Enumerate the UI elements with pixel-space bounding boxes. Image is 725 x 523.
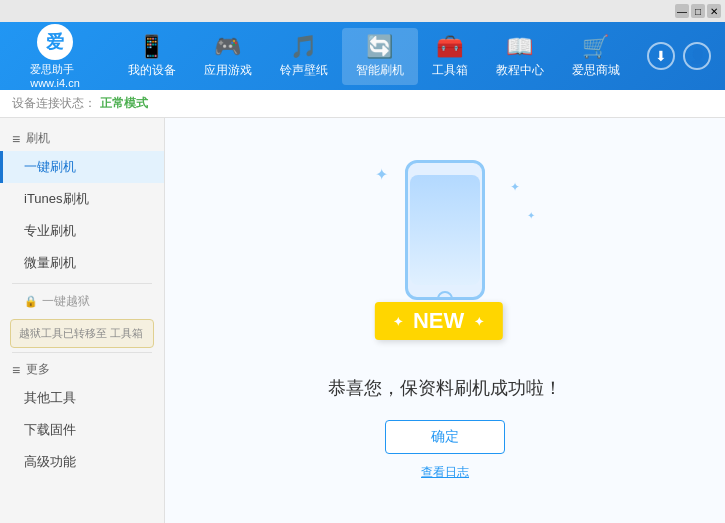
user-button[interactable]: 👤 [683,42,711,70]
header-right: ⬇ 👤 [647,42,715,70]
phone-screen [410,175,480,285]
shop-icon: 🛒 [582,34,609,60]
sparkle-icon-3: ✦ [527,210,535,221]
success-message: 恭喜您，保资料刷机成功啦！ [328,376,562,400]
phone-home-button [437,291,453,300]
tutorial-icon: 📖 [506,34,533,60]
toolbox-icon: 🧰 [436,34,463,60]
sidebar-item-download-fw[interactable]: 下载固件 [0,414,164,446]
sidebar-item-pro-flash[interactable]: 专业刷机 [0,215,164,247]
sparkle-icon-2: ✦ [510,180,520,194]
nav-ringtones[interactable]: 🎵 铃声壁纸 [266,28,342,85]
more-section-icon: ≡ [12,362,20,378]
sidebar-item-jailbreak: 🔒 一键越狱 [0,288,164,315]
apps-games-icon: 🎮 [214,34,241,60]
connection-status-value: 正常模式 [100,95,148,112]
sidebar-item-micro-flash[interactable]: 微量刷机 [0,247,164,279]
minimize-button[interactable]: — [675,4,689,18]
logo-icon: 爱 [37,24,73,60]
lock-icon: 🔒 [24,295,38,308]
sparkle-icon-1: ✦ [375,165,388,184]
phone-body [405,160,485,300]
nav-items: 📱 我的设备 🎮 应用游戏 🎵 铃声壁纸 🔄 智能刷机 🧰 工具箱 📖 教程中心… [100,28,647,85]
sidebar-item-advanced[interactable]: 高级功能 [0,446,164,478]
nav-my-device[interactable]: 📱 我的设备 [114,28,190,85]
success-illustration: ✦ ✦ ✦ NEW [345,160,545,360]
nav-apps-games[interactable]: 🎮 应用游戏 [190,28,266,85]
sidebar-section-more: ≡ 更多 [0,357,164,382]
connection-status-bar: 设备连接状态： 正常模式 [0,90,725,118]
my-device-icon: 📱 [138,34,165,60]
nav-smart-flash[interactable]: 🔄 智能刷机 [342,28,418,85]
new-ribbon-badge: NEW [375,302,503,340]
phone-illustration [405,160,485,300]
sidebar-divider-2 [12,352,152,353]
confirm-button[interactable]: 确定 [385,420,505,454]
maximize-button[interactable]: □ [691,4,705,18]
flash-section-icon: ≡ [12,131,20,147]
nav-shop[interactable]: 🛒 爱思商城 [558,28,634,85]
logo-text: 爱思助手 www.i4.cn [30,62,80,89]
sidebar-section-flash: ≡ 刷机 [0,126,164,151]
ringtones-icon: 🎵 [290,34,317,60]
main-layout: ≡ 刷机 一键刷机 iTunes刷机 专业刷机 微量刷机 🔒 一键越狱 越狱工具… [0,118,725,523]
title-bar: — □ ✕ [0,0,725,22]
sidebar-notice: 越狱工具已转移至 工具箱 [10,319,154,348]
sidebar-divider-1 [12,283,152,284]
sidebar: ≡ 刷机 一键刷机 iTunes刷机 专业刷机 微量刷机 🔒 一键越狱 越狱工具… [0,118,165,523]
header: 爱 爱思助手 www.i4.cn 📱 我的设备 🎮 应用游戏 🎵 铃声壁纸 🔄 … [0,22,725,90]
sidebar-item-itunes-flash[interactable]: iTunes刷机 [0,183,164,215]
view-log-link[interactable]: 查看日志 [421,464,469,481]
sidebar-item-one-key-flash[interactable]: 一键刷机 [0,151,164,183]
close-button[interactable]: ✕ [707,4,721,18]
content-area: ✦ ✦ ✦ NEW 恭喜您，保资料刷机成功啦！ 确定 查看日志 [165,118,725,523]
smart-flash-icon: 🔄 [366,34,393,60]
nav-toolbox[interactable]: 🧰 工具箱 [418,28,482,85]
sidebar-item-other-tools[interactable]: 其他工具 [0,382,164,414]
download-button[interactable]: ⬇ [647,42,675,70]
logo-area: 爱 爱思助手 www.i4.cn [10,24,100,89]
nav-tutorial[interactable]: 📖 教程中心 [482,28,558,85]
